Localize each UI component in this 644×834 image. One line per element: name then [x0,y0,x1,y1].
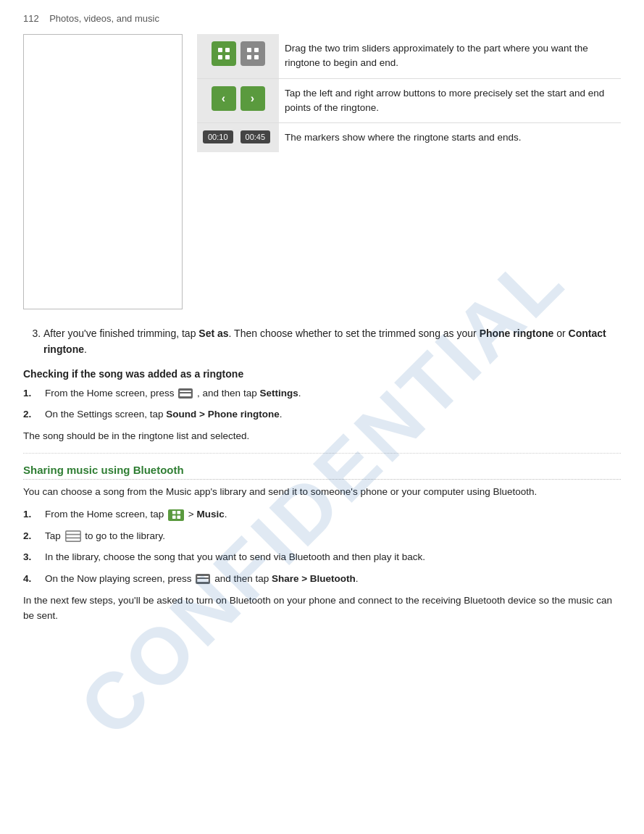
menu-icon-2 [196,574,210,584]
section1-step2: 2. On the Settings screen, tap Sound > P… [23,406,621,422]
icon-cell-1 [197,34,279,78]
section1-steps: 1. From the Home screen, press , and the… [23,385,621,422]
arrow-left-btn[interactable]: ‹ [212,86,236,111]
grid-icon-inline-1 [168,509,184,521]
table-row: ‹ › Tap the left and right arrow buttons… [197,78,621,123]
section2-steps: 1. From the Home screen, tap > Music. 2.… [23,506,621,586]
arrow-right-btn[interactable]: › [241,86,265,111]
desc-cell-1: Drag the two trim sliders approximately … [279,34,621,78]
svg-rect-9 [177,511,180,514]
phone-image [23,34,183,309]
section2-intro: You can choose a song from the Music app… [23,484,621,500]
top-section: Drag the two trim sliders approximately … [23,34,621,309]
svg-rect-3 [225,55,230,59]
icon-group-grids [203,41,273,66]
svg-rect-10 [172,516,176,520]
lib-icon-inline [65,530,81,542]
table-row: 00:10 00:45 The markers show where the r… [197,123,621,153]
grid-svg-inline [172,510,181,520]
grid-svg-1 [217,46,231,61]
page-number: 112 [23,13,39,24]
time-marker-end: 00:45 [241,130,271,143]
grid-icon-gray [241,41,265,66]
svg-rect-14 [66,538,80,541]
step3-block: After you've finished trimming, tap Set … [23,325,621,358]
section2-step4: 4. On the Now playing screen, press and … [23,571,621,587]
svg-rect-5 [254,48,259,52]
time-markers-group: 00:10 00:45 [203,130,273,143]
section2-heading: Sharing music using Bluetooth [23,464,621,480]
page-title: Photos, videos, and music [49,13,159,24]
svg-rect-6 [247,55,251,59]
time-marker-start: 00:10 [203,130,233,143]
section1-note: The song should be in the ringtone list … [23,428,621,444]
desc-cell-3: The markers show where the ringtone star… [279,123,621,153]
svg-rect-0 [218,48,222,52]
menu-icon-1 [178,388,193,399]
section2-step3: 3. In the library, choose the song that … [23,549,621,565]
svg-rect-4 [247,48,251,52]
page-header: 112 Photos, videos, and music [23,13,621,24]
section2-footer: In the next few steps, you'll be asked t… [23,593,621,624]
instructions-table: Drag the two trim sliders approximately … [197,34,621,152]
table-row: Drag the two trim sliders approximately … [197,34,621,78]
grid-icon-green [212,41,236,66]
section2-step1: 1. From the Home screen, tap > Music. [23,506,621,522]
svg-rect-12 [66,532,80,534]
desc-cell-2: Tap the left and right arrow buttons to … [279,78,621,123]
svg-rect-11 [177,516,180,520]
section1-step1: 1. From the Home screen, press , and the… [23,385,621,401]
svg-rect-8 [172,511,176,514]
divider-1 [23,453,621,454]
svg-rect-13 [66,535,80,538]
svg-rect-1 [225,48,230,52]
svg-rect-7 [254,55,259,59]
section2-step2: 2. Tap to go to the library. [23,528,621,544]
icon-cell-3: 00:10 00:45 [197,123,279,153]
icon-group-arrows: ‹ › [203,86,273,111]
lib-svg-inline [65,528,81,544]
icon-cell-2: ‹ › [197,78,279,123]
section1-heading: Checking if the song was added as a ring… [23,368,621,380]
grid-svg-2 [246,46,260,61]
step3-item: After you've finished trimming, tap Set … [43,325,621,358]
svg-rect-2 [218,55,222,59]
